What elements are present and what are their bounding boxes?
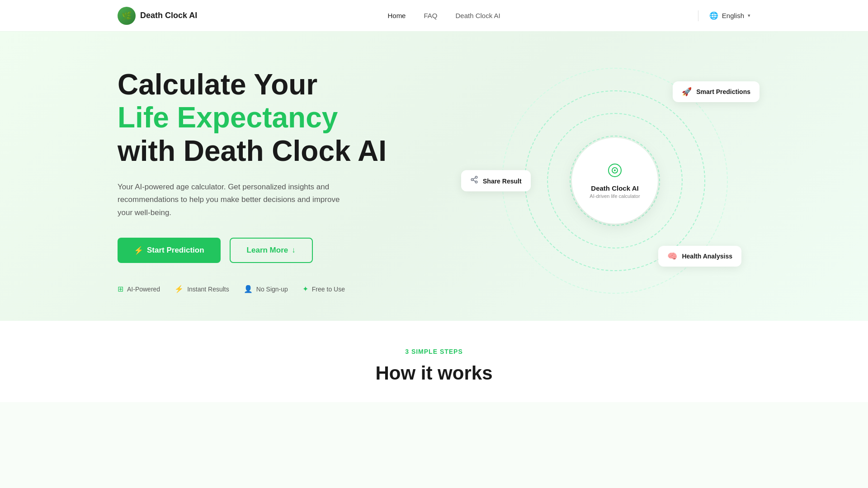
lightning-icon: ⚡ [175, 285, 184, 293]
chevron-down-icon: ▾ [748, 13, 750, 19]
start-prediction-button[interactable]: ⚡ Start Prediction [118, 238, 221, 263]
hero-content: Calculate Your Life Expectancy with Deat… [118, 68, 387, 293]
ai-icon: ⊞ [118, 285, 123, 293]
language-selector[interactable]: 🌐 English ▾ [691, 10, 750, 21]
navbar: 🌿 Death Clock AI Home FAQ Death Clock AI… [0, 0, 868, 32]
center-card-icon [608, 163, 622, 181]
steps-label: 3 SIMPLE STEPS [118, 348, 750, 355]
logo-icon: 🌿 [118, 7, 136, 25]
user-icon: 👤 [244, 285, 253, 293]
nav-home[interactable]: Home [387, 12, 406, 19]
svg-point-2 [614, 169, 616, 171]
nav-deathclock[interactable]: Death Clock AI [455, 12, 500, 19]
navbar-logo[interactable]: 🌿 Death Clock AI [118, 7, 197, 25]
hero-section: Calculate Your Life Expectancy with Deat… [0, 32, 868, 321]
hero-description: Your AI-powered age calculator. Get pers… [118, 181, 353, 220]
badge-ai-powered: ⊞ AI-Powered [118, 285, 160, 293]
center-card-subtitle: AI-driven life calculator [590, 193, 640, 199]
center-card-title: Death Clock AI [591, 184, 638, 192]
share-result-card: Share Result [461, 170, 531, 192]
share-result-label: Share Result [483, 177, 522, 184]
brain-icon: 🧠 [667, 251, 677, 261]
svg-point-3 [475, 176, 477, 178]
svg-line-6 [473, 180, 475, 182]
learn-more-button[interactable]: Learn More ↓ [230, 238, 313, 263]
lang-text: English [722, 12, 744, 19]
smart-predictions-card: 🚀 Smart Predictions [673, 81, 760, 102]
smart-predictions-label: Smart Predictions [696, 88, 750, 95]
nav-divider [698, 10, 698, 21]
prediction-icon: ⚡ [134, 246, 143, 255]
center-card: Death Clock AI AI-driven life calculator [572, 138, 658, 224]
svg-point-5 [475, 181, 477, 183]
badge-instant-results: ⚡ Instant Results [175, 285, 229, 293]
steps-title: How it works [118, 362, 750, 384]
health-analysis-label: Health Analysiss [682, 253, 732, 260]
share-icon [470, 176, 478, 186]
hero-buttons: ⚡ Start Prediction Learn More ↓ [118, 238, 387, 263]
globe-icon: 🌐 [709, 11, 718, 20]
health-analysis-card: 🧠 Health Analysiss [658, 246, 741, 267]
hero-badges: ⊞ AI-Powered ⚡ Instant Results 👤 No Sign… [118, 285, 387, 293]
badge-no-signup: 👤 No Sign-up [244, 285, 288, 293]
logo-text: Death Clock AI [140, 11, 197, 20]
navbar-center: Home FAQ Death Clock AI [387, 12, 500, 19]
svg-line-7 [473, 178, 475, 179]
nav-faq[interactable]: FAQ [424, 12, 437, 19]
bottom-section: 3 SIMPLE STEPS How it works [0, 321, 868, 402]
hero-visual: Death Clock AI AI-driven life calculator… [479, 68, 750, 294]
badge-free: ✦ Free to Use [302, 285, 345, 293]
svg-point-4 [471, 178, 473, 181]
hero-title: Calculate Your Life Expectancy with Deat… [118, 68, 387, 168]
arrow-down-icon: ↓ [292, 246, 296, 255]
rocket-icon: 🚀 [682, 87, 692, 97]
sparkle-icon: ✦ [302, 285, 308, 293]
